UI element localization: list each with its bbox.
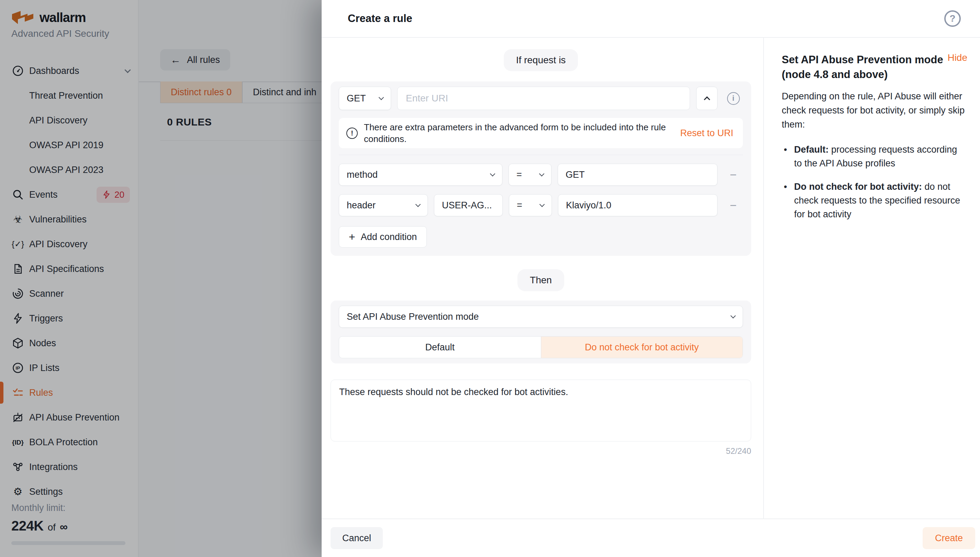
modal-header: Create a rule ? [321, 0, 980, 38]
if-request-is-pill: If request is [504, 49, 578, 71]
create-rule-modal: Create a rule ? If request is GET [321, 0, 980, 557]
bullet-default: Default: processing requests according t… [782, 143, 967, 170]
conditions-panel: GET i ! There are extra paramet [331, 81, 751, 256]
chevron-down-icon [379, 95, 384, 100]
mode-help-panel: Set API Abuse Prevention mode (node 4.8 … [763, 38, 980, 518]
mode-option-default[interactable]: Default [339, 337, 541, 358]
bullet-lead: Do not check for bot activity: [794, 182, 922, 192]
remove-condition-zone: − [724, 199, 743, 211]
bullet-lead: Default: [794, 144, 829, 155]
remove-condition-zone: − [724, 169, 743, 181]
mode-option-do-not-check[interactable]: Do not check for bot activity [541, 337, 743, 358]
help-panel-intro: Depending on the rule, API Abuse will ei… [782, 90, 967, 132]
cancel-button[interactable]: Cancel [331, 527, 383, 549]
chevron-down-icon [539, 202, 545, 207]
condition-row-method: method = GET − [339, 164, 743, 186]
plus-icon: + [349, 231, 355, 243]
condition-field-value: header [347, 200, 376, 211]
help-panel-bullets: Default: processing requests according t… [782, 143, 967, 221]
help-panel-header: Set API Abuse Prevention mode (node 4.8 … [782, 52, 967, 82]
condition-row-header: header USER-AG... = Klaviyo/1.0 [339, 194, 743, 216]
condition-value-input[interactable]: GET [558, 164, 717, 186]
uri-input[interactable] [397, 86, 690, 110]
reset-to-uri-link[interactable]: Reset to URI [680, 128, 735, 138]
alert-message: There are extra parameters in the advanc… [364, 121, 674, 145]
condition-value: Klaviyo/1.0 [566, 200, 611, 211]
action-panel: Set API Abuse Prevention mode Default Do… [331, 301, 751, 363]
extra-parameters-alert: ! There are extra parameters in the adva… [339, 118, 743, 148]
rule-comment-textarea[interactable]: These requests should not be checked for… [331, 379, 751, 441]
condition-operator-value: = [516, 169, 522, 180]
chevron-down-icon [539, 171, 545, 177]
condition-value-input[interactable]: Klaviyo/1.0 [558, 194, 717, 216]
then-pill: Then [518, 269, 564, 291]
remove-condition-icon[interactable]: − [730, 169, 737, 181]
condition-operator-select[interactable]: = [509, 164, 552, 186]
wallarm-app: wallarm Advanced API Security Dashboards… [0, 0, 980, 557]
conditions-divider [339, 155, 743, 155]
modal-footer: Cancel Create [321, 518, 980, 557]
help-icon[interactable]: ? [944, 10, 961, 27]
collapse-advanced-button[interactable] [696, 86, 717, 110]
condition-key-value: USER-AG... [442, 200, 492, 211]
modal-title: Create a rule [348, 12, 412, 25]
condition-field-value: method [347, 169, 378, 180]
help-panel-title: Set API Abuse Prevention mode (node 4.8 … [782, 52, 947, 82]
create-button[interactable]: Create [923, 527, 975, 549]
http-method-value: GET [347, 93, 366, 104]
remove-condition-icon[interactable]: − [730, 199, 737, 211]
add-condition-label: Add condition [361, 232, 417, 243]
bullet-do-not-check: Do not check for bot activity: do not ch… [782, 180, 967, 221]
uri-row: GET i [339, 86, 743, 110]
http-method-select[interactable]: GET [339, 86, 391, 110]
rule-action-select[interactable]: Set API Abuse Prevention mode [339, 306, 743, 328]
condition-field-select[interactable]: header [339, 194, 428, 216]
condition-value: GET [566, 169, 585, 180]
condition-operator-value: = [517, 200, 522, 211]
add-condition-button[interactable]: + Add condition [339, 226, 427, 248]
condition-field-select[interactable]: method [339, 164, 502, 186]
hide-panel-link[interactable]: Hide [948, 52, 967, 63]
condition-operator-select[interactable]: = [509, 194, 552, 216]
rule-action-value: Set API Abuse Prevention mode [347, 311, 479, 322]
info-icon[interactable]: i [727, 92, 740, 105]
alert-icon: ! [346, 127, 358, 139]
condition-key-input[interactable]: USER-AG... [434, 194, 503, 216]
modal-body: If request is GET i [321, 38, 980, 518]
uri-info-zone: i [724, 92, 743, 105]
char-counter: 52/240 [331, 446, 751, 456]
chevron-down-icon [490, 171, 495, 177]
chevron-down-icon [415, 202, 421, 207]
chevron-up-icon [704, 96, 710, 103]
chevron-down-icon [730, 313, 736, 319]
mode-segmented-control: Default Do not check for bot activity [339, 336, 743, 358]
rule-form: If request is GET i [321, 38, 763, 518]
